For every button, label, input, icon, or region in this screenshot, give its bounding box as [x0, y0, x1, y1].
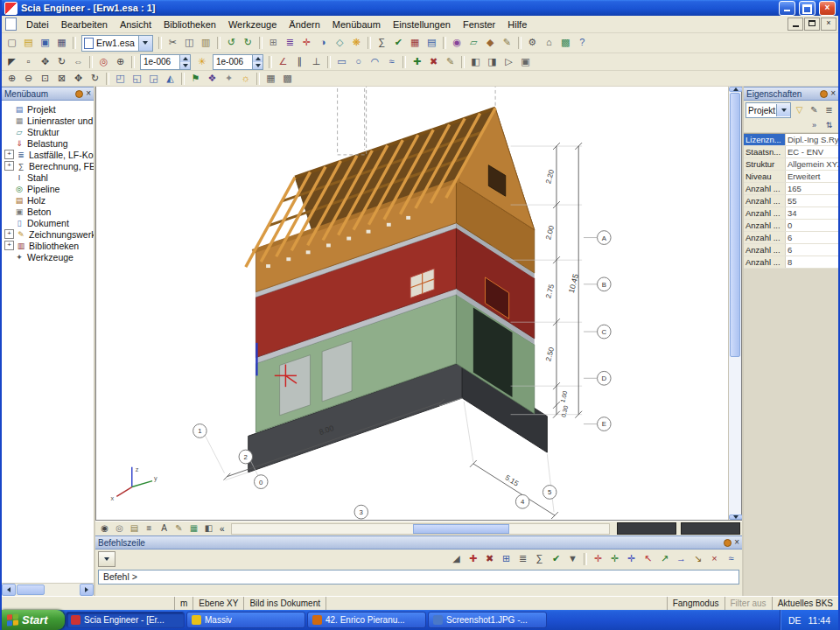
- expand-box[interactable]: +: [4, 161, 14, 171]
- language-indicator[interactable]: DE: [788, 615, 802, 626]
- dir-se-icon[interactable]: ↘: [690, 551, 706, 567]
- spin-up-icon[interactable]: [180, 55, 190, 62]
- target-icon[interactable]: ◎: [112, 522, 127, 536]
- expand-box[interactable]: [4, 219, 12, 227]
- expand-box[interactable]: +: [4, 150, 14, 159]
- menu-item[interactable]: Fenster: [457, 18, 501, 32]
- property-row[interactable]: Staatsn... EC - ENV: [744, 146, 838, 158]
- cancel-icon[interactable]: ×: [706, 551, 723, 567]
- status-bks[interactable]: Aktuelles BKS: [772, 597, 838, 610]
- property-row[interactable]: Anzahl ... 8: [744, 256, 838, 269]
- tree-item-holz[interactable]: ▤ Holz: [4, 194, 94, 206]
- scroll-thumb[interactable]: [730, 93, 740, 357]
- spin-up-icon[interactable]: [253, 55, 262, 62]
- pan-icon[interactable]: ✥: [70, 71, 87, 87]
- menu-item[interactable]: Ändern: [283, 18, 326, 32]
- file-combo[interactable]: Erw1.esa: [81, 35, 153, 52]
- taskbar-button-screenshot[interactable]: Screenshot1.JPG -...: [428, 612, 547, 628]
- ucs-z-icon[interactable]: ✛: [623, 551, 640, 567]
- view-axo-icon[interactable]: ◭: [162, 71, 178, 87]
- expand-box[interactable]: +: [4, 229, 14, 239]
- status-plane[interactable]: Ebene XY: [192, 597, 243, 610]
- copy-icon[interactable]: ◫: [181, 35, 198, 51]
- check-structure-icon[interactable]: ✔: [390, 35, 407, 51]
- actions-expand-icon[interactable]: »: [808, 120, 821, 132]
- zoom-in-icon[interactable]: ⊕: [4, 71, 20, 87]
- property-row[interactable]: Lizenzn... Dipl.-Ing S.Ry: [744, 134, 838, 146]
- tree-item-linienraster[interactable]: ▦ Linienraster und G: [4, 115, 94, 126]
- expand-box[interactable]: [4, 116, 12, 124]
- expand-box[interactable]: [4, 128, 12, 136]
- spline-icon[interactable]: ≈: [383, 54, 400, 70]
- property-row[interactable]: Anzahl ... 34: [744, 207, 838, 220]
- prop-list-icon[interactable]: ≣: [822, 103, 836, 117]
- center-view-icon[interactable]: ◉: [97, 522, 112, 536]
- flag-icon[interactable]: ⚑: [187, 71, 204, 87]
- expand-box[interactable]: [4, 253, 12, 261]
- viewport-horizontal-scrollbar[interactable]: [231, 523, 610, 535]
- sun-icon[interactable]: ☼: [237, 71, 254, 87]
- save-icon[interactable]: ▣: [37, 35, 53, 51]
- list-icon[interactable]: ≡: [142, 522, 157, 536]
- paste-icon[interactable]: ▥: [198, 35, 214, 51]
- zoom-out-icon[interactable]: ⊖: [20, 71, 37, 87]
- mirror-icon[interactable]: ⇔: [70, 54, 87, 70]
- filter-icon[interactable]: ▽: [792, 103, 807, 117]
- parallel-icon[interactable]: ∥: [291, 54, 308, 70]
- tree-item-beton[interactable]: ▣ Beton: [4, 206, 94, 217]
- menu-item[interactable]: Bearbeiten: [55, 18, 114, 32]
- maximize-button[interactable]: [799, 1, 816, 16]
- select-arrow-icon[interactable]: ◤: [4, 54, 20, 70]
- cmd-grid-icon[interactable]: ⊞: [498, 551, 514, 567]
- solid-icon[interactable]: ◆: [482, 35, 499, 51]
- expand-box[interactable]: [4, 105, 12, 113]
- panel-close-icon[interactable]: ×: [830, 89, 836, 98]
- grid-icon[interactable]: ⊞: [265, 35, 282, 51]
- hatch-view-icon[interactable]: ▦: [186, 522, 201, 536]
- select-box-icon[interactable]: ▫: [20, 54, 37, 70]
- rectangle-icon[interactable]: ▭: [333, 54, 350, 70]
- calculate-icon[interactable]: ∑: [374, 35, 390, 51]
- property-row[interactable]: Anzahl ... 6: [744, 232, 838, 244]
- taskbar-button-scia[interactable]: Scia Engineer - [Er...: [66, 612, 185, 628]
- clip-icon[interactable]: ◨: [484, 54, 500, 70]
- redo-icon[interactable]: ↻: [240, 35, 256, 51]
- tree-item-lastfaelle[interactable]: + ≣ Lastfälle, LF-Komb: [4, 149, 94, 160]
- settings-icon[interactable]: ⚙: [524, 35, 541, 51]
- dir-e-icon[interactable]: →: [673, 551, 690, 567]
- scroll-up-icon[interactable]: [729, 87, 743, 92]
- undo-icon[interactable]: ↺: [223, 35, 240, 51]
- property-scope-combo[interactable]: Projekt: [746, 102, 791, 118]
- expand-box[interactable]: [4, 185, 12, 192]
- print-icon[interactable]: ▦: [53, 35, 70, 51]
- document-icon[interactable]: ▤: [424, 35, 440, 51]
- tree-item-werkzeuge[interactable]: ✦ Werkzeuge: [4, 251, 94, 262]
- model-viewport[interactable]: 2.20 2.00 2.75 2.50 1.00 0.30 10.45 8.00…: [96, 87, 728, 520]
- render-mode-icon[interactable]: ◑: [315, 35, 332, 51]
- mdi-minimize-button[interactable]: [788, 18, 803, 31]
- expand-box[interactable]: [4, 207, 12, 215]
- layer-list-icon[interactable]: ▤: [127, 522, 142, 536]
- expand-box[interactable]: +: [4, 241, 14, 250]
- fill-icon[interactable]: ▩: [279, 71, 296, 87]
- view-side-icon[interactable]: ◲: [145, 71, 162, 87]
- axes-icon[interactable]: ✛: [298, 35, 315, 51]
- taskbar-button-enrico[interactable]: 42. Enrico Pieranu...: [307, 612, 426, 628]
- property-row[interactable]: Anzahl ... 55: [744, 195, 838, 207]
- resize-icon[interactable]: ◢: [448, 551, 465, 567]
- dir-ne-icon[interactable]: ↗: [656, 551, 673, 567]
- tree-item-stahl[interactable]: I Stahl: [4, 172, 94, 183]
- text-label-icon[interactable]: A: [157, 522, 172, 536]
- cmd-dropdown-icon[interactable]: ▼: [564, 551, 581, 567]
- circle-icon[interactable]: ○: [350, 54, 367, 70]
- cmd-ok-icon[interactable]: ✔: [548, 551, 564, 567]
- add-node-icon[interactable]: ✚: [409, 54, 425, 70]
- ucs-x-icon[interactable]: ✛: [590, 551, 606, 567]
- menu-item[interactable]: Einstellungen: [387, 18, 457, 32]
- scroll-thumb[interactable]: [413, 524, 509, 534]
- orbit-icon[interactable]: ↻: [87, 71, 103, 87]
- rotate-icon[interactable]: ↻: [53, 54, 70, 70]
- edit-prop-icon[interactable]: ✎: [807, 103, 822, 117]
- property-row[interactable]: Niveau Erweitert: [744, 171, 838, 183]
- delete-icon[interactable]: ✖: [425, 54, 442, 70]
